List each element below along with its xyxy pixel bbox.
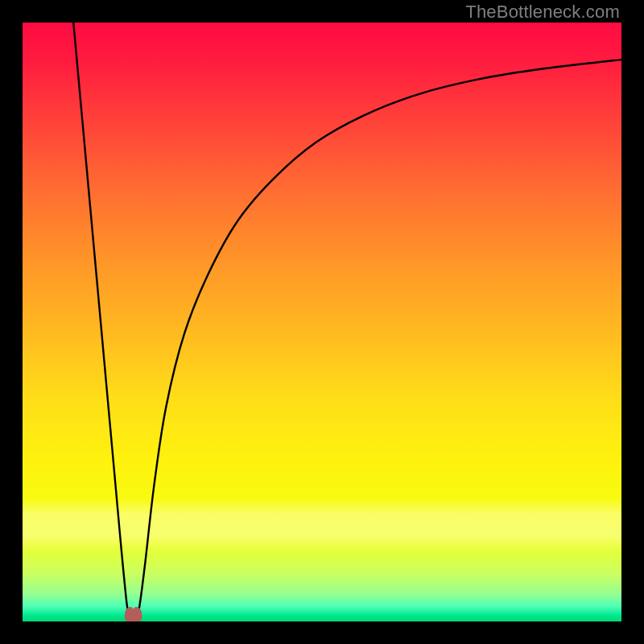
plot-area — [23, 23, 621, 621]
chart-frame: TheBottleneck.com — [0, 0, 644, 644]
bottleneck-curve — [23, 23, 621, 621]
watermark-text: TheBottleneck.com — [465, 2, 620, 23]
